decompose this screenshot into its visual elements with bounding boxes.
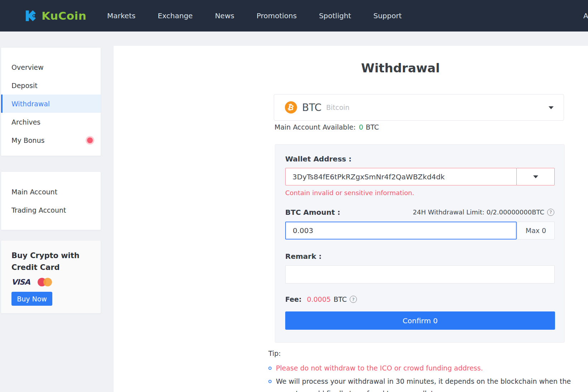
sidebar-item-main-account[interactable]: Main Account (1, 183, 101, 201)
sidebar-item-archives[interactable]: Archives (1, 113, 101, 131)
fee-row: Fee: 0.0005 BTC ? (285, 295, 357, 303)
buy-now-button[interactable]: Buy Now (11, 292, 52, 306)
visa-icon: VISA (11, 278, 30, 286)
bitcoin-icon: ₿ (285, 101, 297, 113)
fee-unit: BTC (334, 295, 347, 303)
remark-label: Remark : (285, 252, 321, 261)
sidebar-asset-menu: Overview Deposit Withdrawal Archives My … (1, 48, 101, 156)
chevron-down-icon (549, 106, 554, 109)
sidebar-item-trading-account[interactable]: Trading Account (1, 201, 101, 219)
bullet-icon (268, 380, 272, 383)
bullet-icon (268, 367, 272, 370)
chevron-down-icon (533, 175, 538, 178)
wallet-address-label: Wallet Address : (285, 155, 352, 163)
nav-assets-partial[interactable]: Assets (583, 11, 588, 20)
amount-label: BTC Amount : (285, 208, 340, 217)
kucoin-logo[interactable]: KuCoin (23, 8, 86, 23)
withdrawal-form: Wallet Address : Contain invalid or sens… (275, 144, 565, 343)
tip-item-2: We will process your withdrawal in 30 mi… (268, 377, 571, 385)
limit-help-icon[interactable]: ? (547, 209, 554, 216)
coin-fullname: Bitcoin (326, 103, 349, 111)
fee-help-icon[interactable]: ? (350, 296, 357, 303)
max-amount-button[interactable]: Max 0 (517, 222, 555, 239)
nav-promotions[interactable]: Promotions (257, 11, 297, 20)
address-book-dropdown-button[interactable] (516, 168, 555, 185)
fee-value: 0.0005 (307, 295, 331, 303)
coin-symbol: BTC (302, 102, 321, 113)
coin-selector[interactable]: ₿ BTC Bitcoin (274, 94, 564, 121)
sidebar-item-my-bonus[interactable]: My Bonus (1, 131, 101, 149)
top-navbar: KuCoin Markets Exchange News Promotions … (0, 0, 588, 32)
buy-crypto-promo-card: Buy Crypto with Credit Card VISA Buy Now (1, 241, 101, 313)
sidebar-item-deposit[interactable]: Deposit (1, 76, 101, 95)
available-balance: Main Account Available:0BTC (274, 123, 379, 131)
nav-exchange[interactable]: Exchange (158, 11, 193, 20)
nav-news[interactable]: News (215, 11, 234, 20)
fee-label: Fee: (285, 295, 302, 303)
sidebar-item-overview[interactable]: Overview (1, 58, 101, 76)
sidebar-item-withdrawal[interactable]: Withdrawal (1, 95, 101, 113)
wallet-error-message: Contain invalid or sensitive information… (285, 189, 414, 197)
nav-markets[interactable]: Markets (107, 11, 135, 20)
kucoin-icon (23, 8, 38, 23)
nav-support[interactable]: Support (373, 11, 402, 20)
nav-spotlight[interactable]: Spotlight (319, 11, 351, 20)
remark-input[interactable] (285, 265, 555, 284)
available-value: 0 (359, 123, 363, 131)
available-label: Main Account Available: (274, 123, 356, 131)
page-title: Withdrawal (285, 61, 516, 75)
withdrawal-limit: 24H Withdrawal Limit: 0/2.00000000BTC ? (413, 208, 554, 216)
tip-item-1: Please do not withdraw to the ICO or cro… (268, 364, 483, 372)
promo-title: Buy Crypto with Credit Card (11, 250, 101, 274)
tip-heading: Tip: (268, 349, 281, 357)
sidebar-account-menu: Main Account Trading Account (1, 172, 101, 230)
mastercard-icon (38, 278, 53, 286)
main-nav: Markets Exchange News Promotions Spotlig… (107, 0, 402, 32)
amount-input[interactable] (285, 222, 517, 239)
wallet-address-input[interactable] (285, 168, 517, 185)
tip-item-2-continued: assets would finally transfered to your … (280, 389, 436, 392)
confirm-button[interactable]: Confirm 0 (285, 311, 555, 330)
available-unit: BTC (366, 123, 379, 131)
notification-dot (87, 137, 93, 143)
brand-name: KuCoin (42, 9, 86, 22)
